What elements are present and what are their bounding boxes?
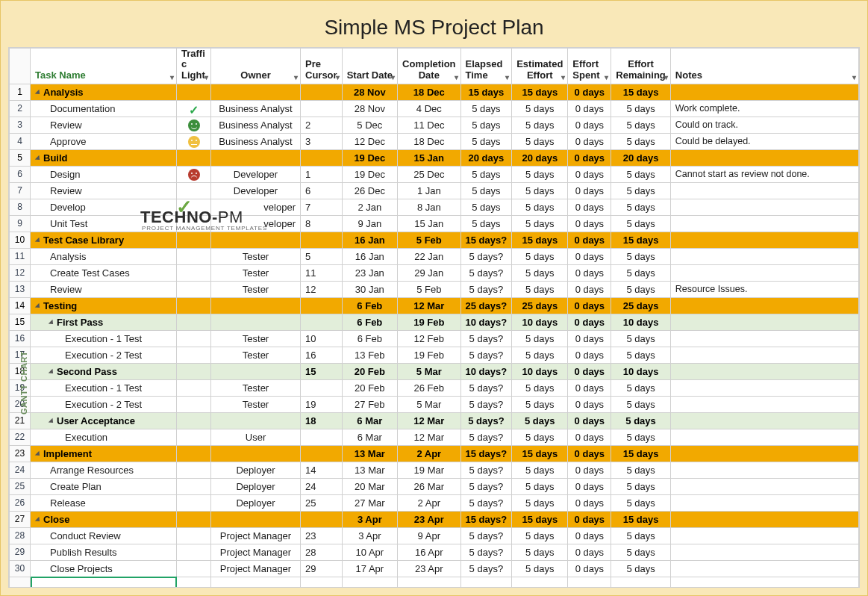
task-name-cell[interactable]: Review — [31, 182, 177, 199]
traffic-light-cell[interactable] — [177, 133, 211, 149]
estimated-effort-cell[interactable] — [512, 577, 568, 588]
effort-remaining-cell[interactable]: 5 days — [611, 379, 670, 396]
effort-remaining-cell[interactable]: 15 days — [611, 445, 670, 462]
precursor-cell[interactable]: 29 — [301, 560, 343, 577]
completion-date-cell[interactable]: 29 Jan — [398, 264, 461, 281]
elapsed-time-cell[interactable]: 15 days — [460, 84, 512, 100]
estimated-effort-cell[interactable]: 5 days — [512, 412, 568, 429]
filter-dropdown-icon[interactable]: ▾ — [294, 73, 298, 81]
estimated-effort-cell[interactable]: 5 days — [512, 215, 568, 232]
task-name-cell[interactable]: Test Case Library — [31, 232, 177, 248]
notes-cell[interactable] — [670, 330, 858, 347]
start-date-cell[interactable]: 10 Apr — [342, 544, 397, 560]
owner-cell[interactable]: Business Analyst — [211, 133, 301, 149]
owner-cell[interactable] — [211, 297, 301, 314]
table-row[interactable]: 26ReleaseDeployer2527 Mar2 Apr5 days?5 d… — [10, 494, 859, 511]
elapsed-time-cell[interactable]: 5 days — [460, 166, 512, 182]
precursor-cell[interactable]: 7 — [301, 199, 343, 215]
owner-cell[interactable]: Tester — [211, 281, 301, 297]
row-number[interactable]: 28 — [10, 527, 31, 544]
row-number[interactable]: 30 — [10, 560, 31, 577]
effort-spent-cell[interactable]: 0 days — [568, 363, 611, 379]
table-row[interactable]: 22ExecutionUser6 Mar12 Mar5 days?5 days0… — [10, 429, 859, 445]
estimated-effort-cell[interactable]: 10 days — [512, 314, 568, 330]
elapsed-time-cell[interactable]: 20 days — [460, 149, 512, 166]
effort-spent-cell[interactable]: 0 days — [568, 149, 611, 166]
owner-cell[interactable]: Deployer — [211, 494, 301, 511]
traffic-light-cell[interactable] — [177, 412, 211, 429]
effort-remaining-cell[interactable]: 5 days — [611, 560, 670, 577]
table-row[interactable]: 8Developveloper72 Jan8 Jan5 days5 days0 … — [10, 199, 859, 215]
precursor-cell[interactable]: 1 — [301, 166, 343, 182]
start-date-cell[interactable]: 12 Dec — [342, 133, 397, 149]
completion-date-cell[interactable]: 15 Jan — [398, 215, 461, 232]
estimated-effort-cell[interactable]: 5 days — [512, 117, 568, 133]
table-row[interactable]: 3ReviewBusiness Analyst25 Dec11 Dec5 day… — [10, 117, 859, 133]
start-date-cell[interactable]: 5 Dec — [342, 117, 397, 133]
row-number[interactable]: 6 — [10, 166, 31, 182]
effort-spent-cell[interactable]: 0 days — [568, 281, 611, 297]
effort-spent-cell[interactable]: 0 days — [568, 199, 611, 215]
completion-date-cell[interactable]: 2 Apr — [398, 494, 461, 511]
row-number[interactable]: 4 — [10, 133, 31, 149]
start-date-cell[interactable]: 6 Mar — [342, 429, 397, 445]
precursor-cell[interactable] — [301, 445, 343, 462]
owner-cell[interactable]: Tester — [211, 248, 301, 264]
effort-spent-cell[interactable]: 0 days — [568, 117, 611, 133]
col-start-date[interactable]: Start Date▾ — [342, 49, 397, 84]
filter-dropdown-icon[interactable]: ▾ — [605, 73, 608, 81]
start-date-cell[interactable]: 6 Feb — [342, 330, 397, 347]
estimated-effort-cell[interactable]: 5 days — [512, 264, 568, 281]
row-number[interactable]: 7 — [10, 182, 31, 199]
estimated-effort-cell[interactable]: 5 days — [512, 527, 568, 544]
estimated-effort-cell[interactable]: 5 days — [512, 560, 568, 577]
expand-icon[interactable] — [35, 303, 42, 310]
effort-remaining-cell[interactable]: 5 days — [611, 133, 670, 149]
task-name-cell[interactable]: Conduct Review — [31, 527, 177, 544]
notes-cell[interactable] — [670, 149, 858, 166]
completion-date-cell[interactable]: 12 Feb — [398, 330, 461, 347]
completion-date-cell[interactable]: 5 Feb — [398, 232, 461, 248]
expand-icon[interactable] — [35, 90, 42, 96]
elapsed-time-cell[interactable]: 5 days? — [460, 462, 512, 478]
task-name-cell[interactable]: Documentation — [31, 100, 177, 117]
table-row[interactable]: 1Analysis28 Nov18 Dec15 days15 days0 day… — [10, 84, 859, 100]
owner-cell[interactable]: Tester — [211, 264, 301, 281]
precursor-cell[interactable]: 5 — [301, 248, 343, 264]
effort-spent-cell[interactable]: 0 days — [568, 511, 611, 527]
table-row[interactable]: 5Build19 Dec15 Jan20 days20 days0 days20… — [10, 149, 859, 166]
row-number[interactable]: 9 — [10, 215, 31, 232]
estimated-effort-cell[interactable]: 25 days — [512, 297, 568, 314]
table-row[interactable]: 27Close3 Apr23 Apr15 days?15 days0 days1… — [10, 511, 859, 527]
owner-cell[interactable]: Project Manager — [211, 527, 301, 544]
col-effort-remaining[interactable]: Effort Remaining▾ — [611, 49, 670, 84]
task-name-cell[interactable]: Build — [31, 149, 177, 166]
owner-cell[interactable] — [211, 314, 301, 330]
estimated-effort-cell[interactable]: 5 days — [512, 248, 568, 264]
row-number[interactable]: 27 — [10, 511, 31, 527]
estimated-effort-cell[interactable]: 5 days — [512, 379, 568, 396]
effort-remaining-cell[interactable]: 10 days — [611, 363, 670, 379]
row-number[interactable]: 22 — [10, 429, 31, 445]
notes-cell[interactable]: Work complete. — [670, 100, 858, 117]
elapsed-time-cell[interactable]: 15 days? — [460, 511, 512, 527]
effort-remaining-cell[interactable]: 5 days — [611, 494, 670, 511]
precursor-cell[interactable]: 23 — [301, 527, 343, 544]
table-row[interactable]: 29Publish ResultsProject Manager2810 Apr… — [10, 544, 859, 560]
completion-date-cell[interactable]: 12 Mar — [398, 412, 461, 429]
expand-icon[interactable] — [35, 451, 42, 458]
estimated-effort-cell[interactable]: 5 days — [512, 544, 568, 560]
effort-spent-cell[interactable]: 0 days — [568, 560, 611, 577]
completion-date-cell[interactable]: 26 Mar — [398, 478, 461, 494]
precursor-cell[interactable]: 8 — [301, 215, 343, 232]
task-name-cell[interactable]: Develop — [31, 199, 177, 215]
owner-cell[interactable]: Developer — [211, 166, 301, 182]
start-date-cell[interactable]: 28 Nov — [342, 100, 397, 117]
precursor-cell[interactable] — [301, 577, 343, 588]
elapsed-time-cell[interactable]: 5 days? — [460, 560, 512, 577]
effort-spent-cell[interactable]: 0 days — [568, 396, 611, 412]
completion-date-cell[interactable]: 1 Jan — [398, 182, 461, 199]
effort-spent-cell[interactable]: 0 days — [568, 297, 611, 314]
notes-cell[interactable]: Resource Issues. — [670, 281, 858, 297]
table-row[interactable]: 7ReviewDeveloper626 Dec1 Jan5 days5 days… — [10, 182, 859, 199]
